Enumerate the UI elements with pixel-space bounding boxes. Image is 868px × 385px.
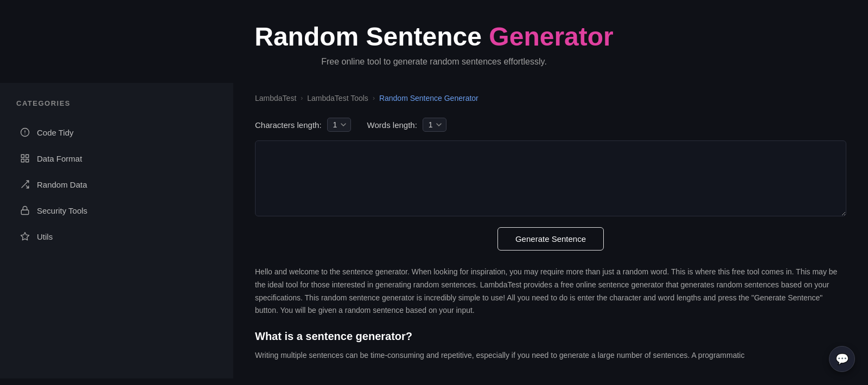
breadcrumb-sep-1: ›: [301, 94, 303, 102]
page-header: Random Sentence Generator Free online to…: [0, 0, 868, 83]
chat-icon: 💬: [835, 352, 849, 365]
breadcrumb-current: Random Sentence Generator: [379, 94, 478, 102]
sidebar-item-label-code-tidy: Code Tidy: [37, 128, 74, 137]
breadcrumb: LambdaTest › LambdaTest Tools › Random S…: [255, 94, 846, 102]
output-textarea[interactable]: [255, 140, 846, 216]
svg-rect-6: [26, 159, 29, 162]
section-heading: What is a sentence generator?: [255, 330, 846, 343]
svg-rect-3: [21, 155, 24, 157]
svg-rect-9: [21, 210, 29, 214]
data-format-icon: [20, 153, 30, 164]
utils-icon: [20, 231, 30, 242]
security-tools-icon: [20, 205, 30, 216]
words-label: Words length:: [367, 120, 417, 130]
svg-rect-5: [21, 159, 24, 162]
content-area: LambdaTest › LambdaTest Tools › Random S…: [233, 83, 868, 378]
breadcrumb-sep-2: ›: [373, 94, 375, 102]
sidebar-item-label-data-format: Data Format: [37, 154, 82, 163]
sidebar-item-security-tools[interactable]: Security Tools: [11, 198, 222, 222]
characters-label: Characters length:: [255, 120, 322, 130]
description-text: Hello and welcome to the sentence genera…: [255, 266, 846, 317]
sidebar-item-label-utils: Utils: [37, 232, 53, 241]
sidebar: CATEGORIES Code Tidy Data Form: [0, 83, 233, 378]
page-subtitle: Free online tool to generate random sent…: [11, 57, 857, 67]
title-plain: Random Sentence: [254, 22, 482, 51]
controls-row: Characters length: 1 2 3 4 5 Words lengt…: [255, 118, 846, 132]
characters-control: Characters length: 1 2 3 4 5: [255, 118, 351, 132]
sidebar-item-random-data[interactable]: Random Data: [11, 172, 222, 196]
breadcrumb-lambdatest[interactable]: LambdaTest: [255, 94, 296, 102]
main-layout: CATEGORIES Code Tidy Data Form: [0, 83, 868, 378]
svg-rect-4: [26, 155, 29, 157]
page-title: Random Sentence Generator: [11, 22, 857, 52]
code-tidy-icon: [20, 127, 30, 138]
random-data-icon: [20, 179, 30, 190]
svg-marker-10: [21, 233, 29, 240]
sidebar-item-data-format[interactable]: Data Format: [11, 146, 222, 170]
section-text: Writing multiple sentences can be time-c…: [255, 349, 846, 362]
words-select[interactable]: 1 2 3 4 5: [423, 118, 446, 132]
sidebar-item-label-random-data: Random Data: [37, 180, 87, 189]
sidebar-item-code-tidy[interactable]: Code Tidy: [11, 120, 222, 144]
sidebar-item-label-security-tools: Security Tools: [37, 206, 87, 215]
generate-btn-wrapper: Generate Sentence: [255, 227, 846, 251]
breadcrumb-tools[interactable]: LambdaTest Tools: [307, 94, 368, 102]
sidebar-section-label: CATEGORIES: [11, 99, 222, 107]
characters-select[interactable]: 1 2 3 4 5: [327, 118, 351, 132]
sidebar-item-utils[interactable]: Utils: [11, 224, 222, 248]
generate-sentence-button[interactable]: Generate Sentence: [497, 227, 604, 251]
words-control: Words length: 1 2 3 4 5: [367, 118, 446, 132]
title-accent: Generator: [489, 22, 613, 51]
chat-fab-button[interactable]: 💬: [829, 346, 855, 372]
